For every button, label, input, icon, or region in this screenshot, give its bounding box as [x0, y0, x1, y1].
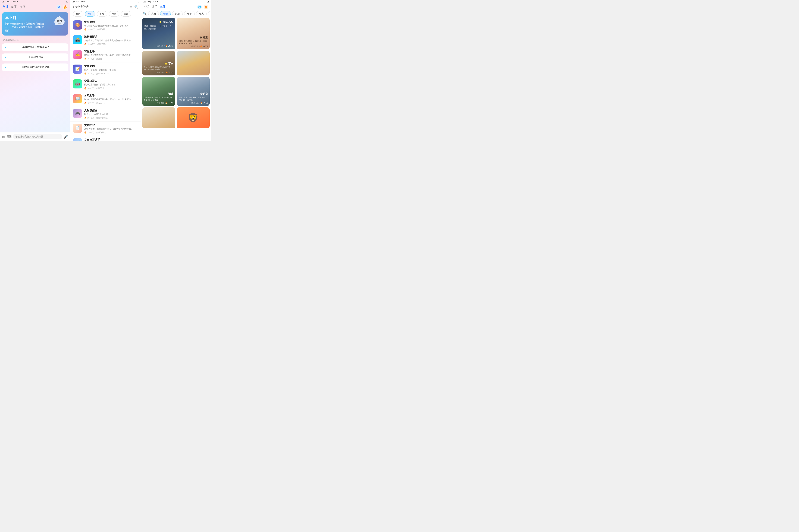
fire-7: 🔥 — [84, 131, 87, 134]
nav-bar-3: 对话 助手 友伴 🌐 🔥 — [141, 3, 211, 11]
suggestion-item-2[interactable]: 问马斯克职场成功的秘诀 › — [2, 63, 68, 71]
status-bar-1: 上午7:56 | 13.7K/s ✕ 61 — [0, 0, 70, 3]
svg-rect-5 — [58, 23, 60, 24]
zhuge-count: 🔥 23.2万 — [166, 102, 174, 104]
card-zhuge[interactable]: 诸葛 臣亮字孔明，号卧龙，蜀汉丞相，寄身于南阳。辅佐先... @讯飞星火 🔥 2… — [142, 77, 175, 106]
moss-name: MOSS — [163, 20, 173, 24]
chat-input[interactable] — [13, 134, 62, 139]
status-right-3: 61 — [207, 1, 209, 3]
libaiyu-name: 林黛玉 — [200, 36, 208, 39]
tab-assistant-3[interactable]: 助手 — [152, 5, 157, 9]
card-libai[interactable]: ⭐ 李白 他的性格特点丰富多变，以高度自负、傲岸不羁和理想... @讯飞星火 🔥… — [142, 51, 175, 75]
dot-4: · — [95, 87, 95, 89]
list-item-0[interactable]: 🎨 绘画大师 您可以输入任何想要创作图像的主题，我们将为... 🔥 2583.8… — [70, 18, 141, 33]
count-5: 487.4万 — [87, 102, 94, 104]
list-title-1: 旅行摄影诗 — [84, 35, 138, 39]
author-3: @131****9138 — [96, 73, 109, 75]
star-icon-libai: ⭐ — [165, 62, 168, 65]
tab-chat[interactable]: 对话 — [3, 4, 8, 9]
tag-mine[interactable]: 我的 — [73, 11, 84, 17]
list-desc-7: 请输入文本，我来帮你扩写，比如"大语言模型的发... — [84, 128, 138, 131]
bottom-input-bar: ⊞ ⌨ 🎤 — [0, 132, 70, 141]
libaiyu-count: 🔥 99.8万 — [200, 45, 208, 48]
zhuge-desc: 臣亮字孔明，号卧龙，蜀汉丞相，寄身于南阳。辅佐先... — [144, 96, 174, 101]
tag-workplace[interactable]: 职场 — [97, 11, 107, 17]
list-icon[interactable]: ☰ — [130, 5, 132, 9]
suggestion-item-1[interactable]: 七言绝句作家 › — [2, 54, 68, 61]
zhuge-name: 诸葛 — [168, 92, 174, 96]
count-2: 765.8万 — [87, 57, 94, 60]
moss-author: @讯飞星火 — [157, 45, 165, 47]
grid-icon[interactable]: ⊞ — [2, 135, 5, 139]
list-item-7[interactable]: 📄 文本扩写 请输入文本，我来帮你扩写，比如"大语言模型的发... 🔥 370.… — [70, 121, 141, 136]
back-button[interactable]: ‹ 按分类筛选 — [73, 5, 89, 9]
list-item-1[interactable]: 📸 旅行摄影诗 大好山河，天高云淡，身体和灵魂总有一个要在路... 🔥 1208… — [70, 33, 141, 48]
list-avatar-0: 🎨 — [73, 20, 82, 30]
tag-celebrities-3[interactable]: 名人 — [196, 11, 207, 16]
list-content-1: 旅行摄影诗 大好山河，天高云淡，身体和灵魂总有一个要在路... 🔥 1208.7… — [84, 35, 138, 45]
card-qin[interactable]: 秦始皇 果断、权威、雄才大略、统一六国、铁腕治国、追求长... @讯飞星火 🔥 … — [177, 77, 210, 106]
search-icon-3[interactable]: 🔍 — [143, 12, 147, 16]
fire-icon-3[interactable]: 🔥 — [204, 5, 208, 9]
suggestion-item-0[interactable]: 早餐吃什么比较有营养？ › — [2, 43, 68, 51]
tab-assistant[interactable]: 助手 — [11, 5, 17, 9]
status-right-1: 61 — [66, 1, 68, 3]
list-content-5: 扩写助手 hello，我是你的扩写助手，请输入文本，我来帮你... 🔥 487.… — [84, 94, 138, 104]
libai-author: @讯飞星火 — [157, 71, 166, 74]
dot-2: · — [95, 58, 95, 60]
tag-classic-recreate-3[interactable]: 经典重现 — [208, 11, 211, 16]
tag-entertainment-3[interactable]: 娱乐 — [172, 11, 183, 16]
translate-icon[interactable] — [56, 5, 61, 9]
suggestion-text-2: 问马斯克职场成功的秘诀 — [22, 66, 50, 69]
card-libaiyu[interactable]: 林黛玉 才情并重的林黛玉，外娇内坚，情感深沉且敏感。对宝... @讯飞星火 🔥 … — [177, 18, 210, 50]
tag-selected-3[interactable]: 精选 — [160, 11, 171, 16]
list-content-2: 写作助手 请说出您想要创作的文章的类型，以及文章的要求。 🔥 765.8万 · … — [84, 50, 138, 60]
status-left-2: 上午7:56 | 18.4K/s ✕ — [73, 1, 89, 3]
list-item-8[interactable]: 🖊️ 文章改写助手 我希望你是一位文章改写专家，我给出一段话，你... 🔥 36… — [70, 136, 141, 141]
libai-desc: 他的性格特点丰富多变，以高度自负、傲岸不羁和理想... — [144, 66, 174, 71]
list-scroll[interactable]: 🎨 绘画大师 您可以输入任何想要创作图像的主题，我们将为... 🔥 2583.8… — [70, 18, 141, 141]
list-item-4[interactable]: 🤖 学霸机器人 输入你遇到的学习问题，为你解答 🔥 508.8万 · @林国润 — [70, 77, 141, 92]
list-avatar-4: 🤖 — [73, 79, 82, 89]
status-bar-2: 上午7:56 | 18.4K/s ✕ 61 — [70, 0, 141, 3]
list-content-7: 文本扩写 请输入文本，我来帮你扩写，比如"大语言模型的发... 🔥 370.8万… — [84, 124, 138, 134]
libai-count: 🔥 53.1万 — [166, 71, 174, 74]
author-4: @林国润 — [96, 87, 104, 90]
suggestions-label: 您可以试着问我： — [0, 37, 70, 42]
author-7: @讯飞星火 — [96, 131, 106, 134]
tag-review[interactable]: 点评 — [121, 11, 131, 17]
fire-icon[interactable]: 🔥 — [63, 5, 68, 9]
tab-companion[interactable]: 友伴 — [20, 5, 25, 9]
count-3: 751.6万 — [87, 72, 94, 75]
search-icon[interactable]: 🔍 — [134, 5, 138, 9]
svg-rect-0 — [55, 18, 64, 25]
mic-icon[interactable]: 🎤 — [64, 135, 68, 139]
keyboard-icon[interactable]: ⌨ — [6, 135, 12, 139]
nav-icons-3: 🌐 🔥 — [197, 5, 208, 9]
card-linyu[interactable] — [177, 51, 210, 75]
list-item-3[interactable]: 📝 文案大师 输入一个主题，为你生出一篇文章 🔥 751.6万 · @131**… — [70, 62, 141, 77]
fire-5: 🔥 — [84, 102, 87, 104]
tab-chat-3[interactable]: 对话 — [144, 5, 149, 9]
card-bottom-left[interactable] — [142, 107, 175, 128]
translate-icon-3[interactable]: 🌐 — [197, 5, 202, 9]
author-6: @我才是星辰 — [96, 117, 108, 119]
qin-author: @讯飞星火 — [191, 102, 200, 104]
tab-companion-3[interactable]: 友伴 — [160, 4, 165, 9]
count-7: 370.8万 — [87, 131, 94, 134]
status-right-2: 61 — [137, 1, 139, 3]
tag-classics-3[interactable]: 名著 — [184, 11, 195, 16]
list-item-5[interactable]: 📖 扩写助手 hello，我是你的扩写助手，请输入文本，我来帮你... 🔥 48… — [70, 92, 141, 107]
card-moss[interactable]: ⭐ MOSS 冷静、逻辑至上、执行命令、无情、全面掌控 @讯飞星火 🔥 54.1… — [142, 18, 175, 50]
card-bottom-right[interactable]: 🦁 — [177, 107, 210, 128]
list-content-3: 文案大师 输入一个主题，为你生出一篇文章 🔥 751.6万 · @131****… — [84, 64, 138, 75]
tag-marketing[interactable]: 营销 — [109, 11, 119, 17]
list-meta-5: 🔥 487.4万 · @xywu49 — [84, 102, 138, 104]
robot-illustration — [52, 14, 66, 31]
tag-mine-3[interactable]: 我的 — [148, 11, 159, 16]
welcome-card: 早上好 新的一天已经开始！我是你的「智能助手」。任何疑问或需要帮助，请随时来提问 — [2, 12, 68, 36]
cards-grid-scroll[interactable]: ⭐ MOSS 冷静、逻辑至上、执行命令、无情、全面掌控 @讯飞星火 🔥 54.1… — [141, 18, 211, 141]
list-item-6[interactable]: 🎮 人生模拟器 输入：开始游戏 修仙世界 🔥 394.6万 · @我才是星辰 — [70, 107, 141, 121]
tag-hot[interactable]: 热门 — [85, 11, 95, 17]
list-item-2[interactable]: ✍️ 写作助手 请说出您想要创作的文章的类型，以及文章的要求。 🔥 765.8万… — [70, 48, 141, 63]
